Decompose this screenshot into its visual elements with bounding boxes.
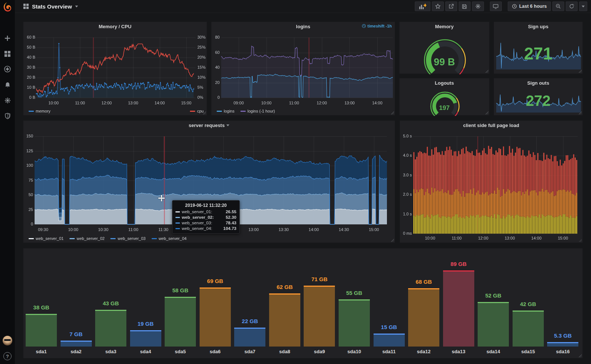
- legend-color-dash: [240, 111, 246, 112]
- bar-category-label: sda14: [478, 349, 509, 354]
- bar[interactable]: [26, 314, 57, 347]
- bar-category-label: sda3: [95, 349, 126, 354]
- graph-tooltip: 2019-06-12 11:32:20 web_server_01:26.55w…: [172, 200, 240, 234]
- bar-category-label: sda7: [234, 349, 265, 354]
- refresh-interval-dropdown[interactable]: [579, 1, 587, 11]
- panel-logouts-gauge: Logouts 197: [399, 78, 490, 116]
- legend-color-dash: [70, 238, 75, 239]
- page-load-chart[interactable]: [400, 121, 583, 243]
- panel-title[interactable]: Memory / CPU: [98, 24, 131, 29]
- axis-tick-label: 13:00: [245, 227, 262, 232]
- share-button[interactable]: [445, 1, 457, 11]
- bar[interactable]: [304, 286, 335, 347]
- axis-tick-label: 11:00: [449, 236, 465, 240]
- legend-item[interactable]: web_server_01: [29, 236, 64, 241]
- panel-resize-handle[interactable]: [485, 70, 488, 73]
- legend-item[interactable]: web_server_04: [152, 236, 187, 241]
- axis-tick-label: 30%: [197, 35, 209, 39]
- save-button[interactable]: [459, 1, 471, 11]
- panel-resize-handle[interactable]: [579, 239, 582, 242]
- axis-tick-label: 0 B: [23, 95, 35, 100]
- zoom-out-button[interactable]: [552, 1, 564, 11]
- axis-tick-label: 40 B: [23, 55, 35, 59]
- tooltip-series-row: web_server_01:26.55: [175, 209, 236, 214]
- dashboard-title-caret-icon[interactable]: [75, 6, 78, 7]
- panel-resize-handle[interactable]: [579, 354, 582, 357]
- monitor-icon: [492, 3, 499, 9]
- time-range-picker[interactable]: Last 6 hours: [508, 1, 551, 11]
- bar[interactable]: [234, 328, 265, 347]
- sidebar-item-configuration[interactable]: [0, 94, 15, 107]
- panel-title-caret-icon[interactable]: [226, 124, 229, 126]
- tooltip-series-name: web_server_04:: [182, 226, 212, 231]
- grafana-logo-icon[interactable]: [1, 1, 14, 14]
- axis-tick-label: 0: [211, 95, 220, 100]
- bar[interactable]: [130, 330, 161, 347]
- panel-resize-handle[interactable]: [391, 111, 394, 114]
- sidebar-item-explore[interactable]: [0, 63, 15, 75]
- bar[interactable]: [408, 288, 439, 347]
- bar[interactable]: [95, 310, 126, 347]
- sidebar-item-alerting[interactable]: [0, 78, 15, 91]
- axis-tick-label: 09:30: [35, 227, 51, 232]
- panel-title[interactable]: Memory: [435, 24, 454, 29]
- bar[interactable]: [269, 293, 300, 347]
- stat-value: 271: [494, 43, 582, 64]
- bar[interactable]: [61, 341, 92, 347]
- panel-title[interactable]: client side full page load: [463, 123, 519, 128]
- bar[interactable]: [339, 299, 370, 347]
- axis-tick-label: 125: [23, 149, 33, 153]
- panel-title[interactable]: logins: [296, 24, 310, 29]
- panel-page-load: client side full page load 5.0 s4.0 s3.0…: [400, 120, 583, 243]
- legend-item[interactable]: logins: [217, 109, 235, 113]
- sidebar-item-create[interactable]: [0, 32, 15, 45]
- user-avatar: [3, 336, 12, 345]
- legend-label: web_server_02: [77, 236, 104, 241]
- tooltip-series-row: web_server_03:78.43: [175, 221, 236, 225]
- legend-color-dash: [29, 111, 34, 112]
- legend-item[interactable]: web_server_03: [110, 236, 145, 241]
- axis-tick-label: 30 B: [23, 65, 35, 69]
- chevron-down-icon: [582, 6, 585, 7]
- bar[interactable]: [165, 297, 196, 347]
- legend-item[interactable]: web_server_02: [70, 236, 104, 241]
- bar[interactable]: [513, 311, 544, 347]
- dashboard-title[interactable]: Stats Overview: [32, 3, 72, 10]
- add-panel-button[interactable]: [415, 1, 430, 11]
- axis-tick-label: 0%: [197, 95, 209, 100]
- panel-title[interactable]: Logouts: [435, 80, 454, 86]
- sidebar: ?: [0, 0, 15, 364]
- panel-resize-handle[interactable]: [579, 70, 582, 73]
- panel-title[interactable]: server requests: [189, 123, 225, 128]
- refresh-button[interactable]: [566, 1, 578, 11]
- dashboard-settings-button[interactable]: [472, 1, 484, 11]
- bar[interactable]: [200, 287, 231, 347]
- panel-resize-handle[interactable]: [391, 239, 394, 242]
- bar[interactable]: [374, 334, 405, 347]
- panel-title[interactable]: Sign ups: [528, 24, 549, 29]
- axis-tick-label: 50 B: [23, 45, 35, 49]
- legend-item[interactable]: cpu: [190, 109, 204, 113]
- bar[interactable]: [547, 342, 578, 347]
- axis-tick-label: 09:00: [230, 101, 247, 105]
- bar-value-label: 7 GB: [61, 331, 92, 337]
- timeshift-indicator[interactable]: timeshift -1h: [362, 24, 392, 28]
- legend-item[interactable]: logins (-1 hour): [240, 109, 275, 113]
- gauge-value: 197: [400, 104, 489, 112]
- tooltip-series-row: web_server_04:104.73: [175, 226, 236, 231]
- sidebar-item-dashboards[interactable]: [0, 48, 15, 60]
- bar[interactable]: [443, 270, 474, 347]
- panel-resize-handle[interactable]: [579, 111, 582, 114]
- sidebar-item-profile[interactable]: [0, 334, 15, 347]
- bar-value-label: 58 GB: [165, 287, 196, 293]
- tooltip-series-value: 26.55: [226, 209, 236, 214]
- panel-resize-handle[interactable]: [485, 111, 488, 114]
- sidebar-item-help[interactable]: ?: [0, 350, 15, 363]
- legend-item[interactable]: memory: [29, 109, 51, 113]
- bar[interactable]: [478, 302, 509, 347]
- tv-mode-button[interactable]: [490, 1, 502, 11]
- panel-title[interactable]: Sign outs: [527, 80, 549, 86]
- sidebar-item-server-admin[interactable]: [0, 110, 15, 122]
- panel-resize-handle[interactable]: [203, 111, 206, 114]
- star-button[interactable]: [432, 1, 444, 11]
